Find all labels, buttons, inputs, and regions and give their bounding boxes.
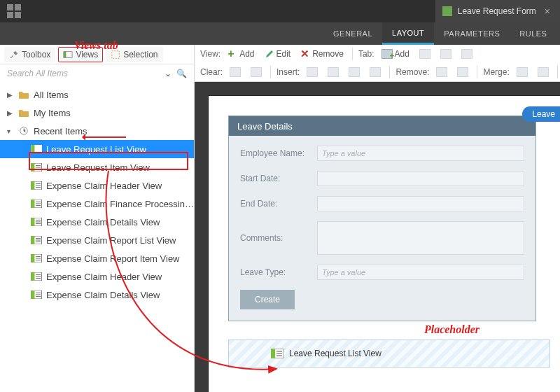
tab-general[interactable]: GENERAL — [323, 22, 382, 45]
tree-node-my-items[interactable]: ▶ My Items — [0, 104, 194, 122]
form-icon — [442, 6, 452, 16]
tab-add-button[interactable]: +Add — [379, 48, 412, 60]
view-icon — [271, 349, 284, 358]
tab-btn-4 — [458, 48, 475, 60]
list-item[interactable]: Expense Claim Details View — [0, 286, 194, 304]
view-icon — [31, 200, 42, 208]
search-placeholder: Search All Items — [7, 69, 68, 78]
ribbon-label-insert: Insert: — [276, 67, 300, 77]
grid-icon — [461, 49, 472, 59]
form-page: Leave Leave Details Employee Name: Type … — [209, 96, 560, 392]
title-bar: Leave Request Form × — [0, 0, 560, 22]
sidebar: Toolbox Views Selection Search All Items… — [0, 45, 195, 392]
tab-layout[interactable]: LAYOUT — [382, 22, 434, 45]
list-item-label: Expense Claim Details View — [46, 217, 160, 227]
svg-rect-15 — [31, 181, 34, 190]
caret-icon: ▶ — [7, 109, 14, 117]
grid-icon — [328, 67, 339, 77]
list-item[interactable]: Leave Request List View — [0, 140, 194, 158]
caret-icon: ▶ — [7, 91, 14, 99]
design-canvas[interactable]: Leave Leave Details Employee Name: Type … — [195, 82, 560, 392]
sidebar-tab-selection[interactable]: Selection — [106, 47, 162, 62]
list-item-label: Expense Claim Details View — [46, 290, 160, 300]
svg-rect-2 — [112, 50, 120, 58]
clear-btn-1 — [227, 66, 244, 78]
view-edit-button[interactable]: Edit — [262, 48, 294, 60]
close-icon[interactable]: × — [542, 6, 553, 17]
ribbon: View: +Add Edit ✕Remove Tab: +Add Clear:… — [195, 45, 560, 82]
tree-node-recent-items[interactable]: ▾ Recent Items — [0, 122, 194, 140]
list-item-label: Expense Claim Report List View — [46, 235, 176, 246]
svg-rect-40 — [31, 272, 34, 281]
grid-icon — [419, 49, 430, 59]
input-end-date[interactable] — [317, 196, 524, 211]
insert-btn-2 — [325, 66, 342, 78]
tab-rules[interactable]: RULES — [510, 22, 556, 45]
create-button[interactable]: Create — [240, 290, 295, 309]
grid-icon — [517, 67, 528, 77]
designer-tabs: GENERAL LAYOUT PARAMETERS RULES — [0, 22, 560, 45]
ribbon-label-tab: Tab: — [358, 49, 374, 59]
view-icon — [31, 236, 42, 244]
view-remove-button[interactable]: ✕Remove — [298, 48, 346, 60]
tree: ▶ All Items ▶ My Items ▾ Recent Items Le… — [0, 83, 194, 307]
list-item[interactable]: Expense Claim Report List View — [0, 231, 194, 249]
annotation-placeholder: Placeholder — [424, 323, 479, 336]
chevron-down-icon[interactable]: ⌄ 🔍 — [164, 69, 187, 78]
list-item[interactable]: Expense Claim Header View — [0, 176, 194, 195]
insert-btn-4 — [367, 66, 384, 78]
svg-rect-30 — [31, 236, 34, 244]
insert-btn-1 — [304, 66, 321, 78]
view-drop-placeholder[interactable]: Leave Request List View Placeholder — [228, 340, 550, 368]
input-start-date[interactable] — [317, 171, 524, 186]
list-item[interactable]: Expense Claim Finance Processing V... — [0, 195, 194, 213]
ribbon-label-clear: Clear: — [200, 67, 223, 77]
plus-icon: + — [227, 49, 237, 59]
placeholder-label: Leave Request List View — [289, 349, 382, 358]
svg-rect-50 — [271, 349, 275, 358]
grid-icon — [538, 67, 549, 77]
sidebar-tab-toolbox[interactable]: Toolbox — [4, 47, 55, 62]
grid-icon — [457, 67, 468, 77]
list-item-label: Leave Request List View — [46, 144, 146, 155]
tree-node-all-items[interactable]: ▶ All Items — [0, 85, 194, 104]
ribbon-label-view: View: — [200, 49, 220, 59]
remove-btn-2 — [454, 66, 471, 78]
grid-icon — [370, 67, 381, 77]
input-employee-name[interactable]: Type a value — [317, 146, 524, 161]
view-add-button[interactable]: +Add — [225, 48, 257, 60]
insert-btn-3 — [346, 66, 363, 78]
list-item[interactable]: Leave Request Item View — [0, 158, 194, 176]
view-icon — [31, 145, 42, 153]
document-tab[interactable]: Leave Request Form × — [435, 0, 560, 22]
list-item[interactable]: Expense Claim Report Item View — [0, 249, 194, 267]
tab-parameters[interactable]: PARAMETERS — [434, 22, 510, 45]
panel-leave-details[interactable]: Leave Leave Details Employee Name: Type … — [228, 115, 536, 321]
svg-rect-20 — [31, 200, 34, 208]
caret-down-icon: ▾ — [7, 127, 14, 135]
input-leave-type[interactable]: Type a value — [317, 265, 524, 280]
clear-btn-2 — [248, 66, 265, 78]
list-item-label: Expense Claim Header View — [46, 272, 162, 282]
folder-icon — [18, 90, 29, 99]
view-icon — [31, 163, 42, 172]
view-icon — [31, 181, 42, 190]
svg-rect-5 — [31, 145, 34, 153]
tab-add-icon: + — [382, 49, 393, 59]
svg-rect-1 — [64, 51, 66, 57]
list-item[interactable]: Expense Claim Header View — [0, 267, 194, 286]
tab-btn-2 — [416, 48, 433, 60]
list-item[interactable]: Expense Claim Details View — [0, 213, 194, 231]
svg-rect-45 — [31, 290, 34, 299]
merge-btn-1 — [514, 66, 531, 78]
x-icon: ✕ — [300, 49, 310, 59]
views-icon — [63, 50, 73, 59]
view-icon — [31, 272, 42, 281]
view-icon — [31, 218, 42, 226]
tools-icon — [9, 50, 19, 59]
search-input[interactable]: Search All Items ⌄ 🔍 — [0, 64, 194, 83]
tab-btn-3 — [438, 48, 454, 60]
sidebar-tab-views[interactable]: Views — [58, 47, 103, 62]
input-comments[interactable] — [317, 221, 524, 255]
app-logo-icon — [7, 4, 21, 18]
